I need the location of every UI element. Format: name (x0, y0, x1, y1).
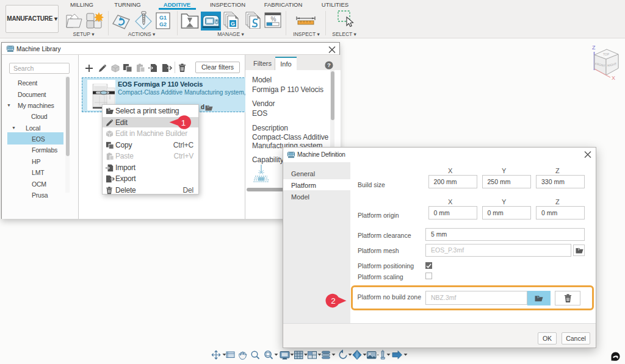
svg-text:2: 2 (331, 296, 336, 305)
svg-text:%: % (271, 16, 276, 23)
svg-text:1: 1 (181, 118, 186, 127)
svg-text:?: ? (327, 62, 331, 68)
svg-text:G2: G2 (159, 21, 167, 27)
svg-text:TOP: TOP (603, 52, 610, 56)
svg-text:G1: G1 (159, 15, 167, 21)
svg-text:X: X (612, 75, 615, 80)
svg-text:Z: Z (592, 45, 596, 51)
svg-text:G: G (231, 21, 235, 27)
